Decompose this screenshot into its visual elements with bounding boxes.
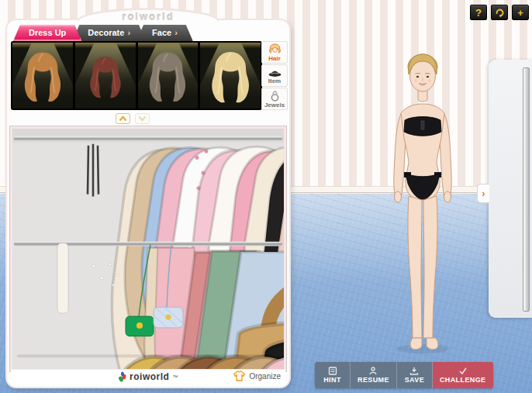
plus-icon: + [517, 6, 523, 19]
footer-logo-text: roiworld [130, 371, 169, 382]
chevron-down-icon [138, 115, 147, 122]
category-jewels[interactable]: Jewels [261, 88, 288, 110]
tab-label: Face [152, 28, 171, 37]
scroll-up-button[interactable] [116, 113, 130, 124]
tab-arrow-icon: › [174, 28, 178, 37]
closet-rail-top [14, 136, 282, 141]
refresh-icon [495, 8, 505, 18]
tab-label: Decorate [88, 28, 124, 37]
game-stage: roiworld Dress Up Decorate› Face› [0, 0, 532, 393]
wig-blonde [206, 48, 254, 105]
wig-slot-2[interactable] [75, 43, 136, 109]
tab-bar: Dress Up Decorate› Face› [13, 25, 184, 41]
resume-label: RESUME [358, 376, 389, 384]
closet-slip-white[interactable] [57, 243, 68, 314]
doll-drop-target[interactable] [358, 45, 487, 357]
category-label: Jewels [264, 102, 285, 109]
resume-button[interactable]: RESUME [351, 362, 397, 388]
question-icon: ? [475, 6, 482, 19]
closet-area [10, 126, 286, 371]
save-download-icon [409, 367, 419, 375]
hint-button[interactable]: HINT [315, 362, 351, 388]
add-button[interactable]: + [512, 5, 529, 20]
tab-face[interactable]: Face› [136, 25, 193, 41]
resume-person-icon [368, 367, 378, 375]
dressup-panel: roiworld Dress Up Decorate› Face› [7, 20, 289, 387]
closet-contents [12, 129, 284, 369]
action-bar: HINT RESUME SAVE CHALLENGE [315, 362, 493, 388]
carousel-pager [7, 113, 258, 124]
hint-list-icon [328, 367, 337, 375]
doll-figure [358, 45, 487, 357]
wig-carousel [11, 41, 262, 110]
panel-footer: roiworld™ Organize [11, 370, 285, 384]
tab-label: Dress Up [29, 28, 66, 37]
organize-label: Organize [249, 372, 281, 381]
check-icon [458, 367, 468, 375]
top-toolbar: ? + [470, 5, 529, 20]
category-label: Item [268, 78, 281, 84]
chevron-up-icon [119, 115, 127, 122]
wig-slot-4[interactable] [200, 43, 261, 109]
tab-dress-up[interactable]: Dress Up [13, 25, 81, 41]
challenge-button[interactable]: CHALLENGE [433, 362, 493, 388]
right-side-panel[interactable]: › [489, 60, 532, 318]
tab-arrow-icon: › [127, 28, 130, 37]
closet-rail-bottom [14, 242, 282, 246]
wig-auburn [81, 48, 130, 105]
category-item[interactable]: Item [261, 64, 288, 87]
footer-logo: roiworld™ [118, 371, 178, 382]
organize-button[interactable]: Organize [233, 371, 281, 381]
wig-golden [19, 48, 67, 105]
trademark: ™ [172, 374, 178, 380]
hair-icon [268, 43, 282, 55]
wig-slot-3[interactable] [138, 43, 199, 109]
hint-label: HINT [323, 376, 341, 384]
right-panel-scrollbar[interactable] [523, 67, 530, 312]
ring-icon [268, 90, 282, 102]
scroll-down-button[interactable] [135, 113, 150, 124]
help-button[interactable]: ? [470, 5, 487, 20]
shirt-icon [233, 371, 246, 381]
save-button[interactable]: SAVE [397, 362, 433, 388]
roiworld-leaf-icon [118, 371, 127, 382]
hat-icon [268, 67, 282, 78]
category-label: Hair [268, 55, 281, 62]
save-label: SAVE [405, 376, 424, 384]
wig-slot-1[interactable] [12, 43, 73, 109]
chevron-right-icon: › [482, 188, 485, 199]
expand-panel-button[interactable]: › [477, 184, 489, 203]
category-hair[interactable]: Hair [261, 41, 288, 64]
wig-ash-brown [143, 48, 192, 105]
challenge-label: CHALLENGE [440, 376, 486, 384]
header-logo: roiworld [7, 11, 289, 22]
tab-decorate[interactable]: Decorate› [72, 25, 146, 41]
category-column: Hair Item Jewels [261, 41, 288, 110]
reset-button[interactable] [491, 5, 508, 20]
